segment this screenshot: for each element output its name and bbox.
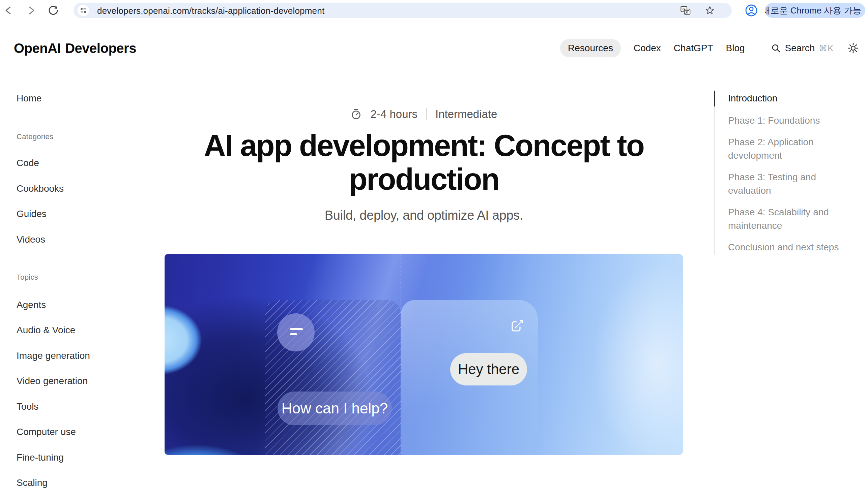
nav-item-chatgpt[interactable]: ChatGPT bbox=[674, 43, 713, 54]
sidebar-item-tools[interactable]: Tools bbox=[16, 401, 38, 412]
sidebar-item-home[interactable]: Home bbox=[16, 93, 42, 104]
translate-button[interactable]: G bbox=[680, 5, 691, 15]
main-nav: Resources Codex ChatGPT Blog Search ⌘K bbox=[560, 35, 860, 61]
sun-icon bbox=[847, 42, 859, 54]
toc-rail-active-indicator bbox=[714, 91, 715, 106]
toc-item-phase-4[interactable]: Phase 4: Scalability and maintenance bbox=[728, 206, 850, 233]
forward-button[interactable] bbox=[25, 4, 37, 16]
theme-toggle-button[interactable] bbox=[846, 41, 860, 55]
site-info-icon bbox=[80, 7, 87, 14]
sidebar-item-guides[interactable]: Guides bbox=[16, 209, 47, 219]
url-bar[interactable]: developers.openai.com/tracks/ai-applicat… bbox=[74, 3, 732, 18]
sidebar-item-scaling[interactable]: Scaling bbox=[16, 477, 48, 488]
search-button[interactable]: Search ⌘K bbox=[771, 43, 834, 54]
browser-toolbar: developers.openai.com/tracks/ai-applicat… bbox=[0, 0, 868, 21]
toc-item-conclusion[interactable]: Conclusion and next steps bbox=[728, 240, 850, 254]
meta-divider bbox=[426, 108, 426, 120]
track-meta: 2-4 hours Intermediate bbox=[165, 108, 683, 121]
nav-item-blog[interactable]: Blog bbox=[726, 43, 745, 54]
page-subtitle: Build, deploy, and optimize AI apps. bbox=[154, 208, 694, 223]
chrome-update-chip[interactable]: 새로운 Chrome 사용 가능 bbox=[765, 3, 865, 18]
hero-grid-line bbox=[539, 254, 539, 455]
browser-window: developers.openai.com/tracks/ai-applicat… bbox=[0, 0, 868, 498]
user-chat-bubble: Hey there bbox=[450, 353, 527, 385]
url-text[interactable]: developers.openai.com/tracks/ai-applicat… bbox=[97, 6, 324, 16]
search-label: Search bbox=[785, 43, 815, 54]
logo-primary: OpenAI bbox=[14, 41, 61, 56]
page-title: AI app development: Concept toproduction bbox=[154, 129, 694, 196]
sidebar-section-topics: Topics bbox=[16, 273, 38, 282]
nav-divider bbox=[758, 42, 758, 54]
toc-item-phase-1[interactable]: Phase 1: Foundations bbox=[728, 114, 850, 127]
back-icon bbox=[3, 5, 14, 16]
track-duration: 2-4 hours bbox=[371, 108, 418, 121]
sidebar-item-image-generation[interactable]: Image generation bbox=[16, 351, 90, 361]
track-level: Intermediate bbox=[435, 108, 497, 121]
site-info-button[interactable] bbox=[78, 5, 89, 16]
hero-illustration: How can I help? Hey there bbox=[165, 254, 683, 455]
chrome-update-label: 새로운 Chrome 사용 가능 bbox=[765, 5, 861, 16]
logo-secondary: Developers bbox=[65, 41, 136, 56]
translate-icon: G bbox=[680, 6, 691, 15]
reload-icon bbox=[48, 5, 59, 16]
sidebar-item-videos[interactable]: Videos bbox=[16, 234, 45, 245]
profile-icon bbox=[745, 4, 758, 17]
stopwatch-icon bbox=[350, 108, 362, 120]
nav-item-resources[interactable]: Resources bbox=[560, 39, 621, 57]
sidebar-item-agents[interactable]: Agents bbox=[16, 300, 46, 310]
sidebar-item-computer-use[interactable]: Computer use bbox=[16, 427, 76, 437]
back-button[interactable] bbox=[3, 4, 15, 16]
reload-button[interactable] bbox=[47, 4, 59, 16]
nav-item-codex[interactable]: Codex bbox=[634, 43, 661, 54]
bookmark-star-icon bbox=[705, 5, 715, 16]
sidebar-item-audio-voice[interactable]: Audio & Voice bbox=[16, 325, 75, 336]
chat-lines-icon bbox=[277, 313, 315, 351]
toc-item-introduction[interactable]: Introduction bbox=[728, 92, 850, 105]
sidebar-section-categories: Categories bbox=[16, 132, 53, 141]
sidebar-item-code[interactable]: Code bbox=[16, 158, 39, 169]
search-shortcut: ⌘K bbox=[819, 43, 834, 53]
sidebar-item-video-generation[interactable]: Video generation bbox=[16, 376, 88, 386]
sidebar-item-cookbooks[interactable]: Cookbooks bbox=[16, 183, 64, 194]
bookmark-button[interactable] bbox=[705, 5, 715, 15]
site-logo[interactable]: OpenAI Developers bbox=[14, 41, 136, 56]
forward-icon bbox=[26, 5, 36, 16]
toc-item-phase-2[interactable]: Phase 2: Application development bbox=[728, 135, 850, 162]
toc-item-phase-3[interactable]: Phase 3: Testing and evaluation bbox=[728, 170, 850, 197]
sidebar-item-fine-tuning[interactable]: Fine-tuning bbox=[16, 452, 64, 463]
assistant-chat-bubble: How can I help? bbox=[278, 392, 392, 425]
compose-icon bbox=[510, 319, 524, 333]
search-icon bbox=[771, 43, 781, 53]
toc-rail bbox=[714, 90, 715, 255]
profile-button[interactable] bbox=[745, 4, 758, 17]
